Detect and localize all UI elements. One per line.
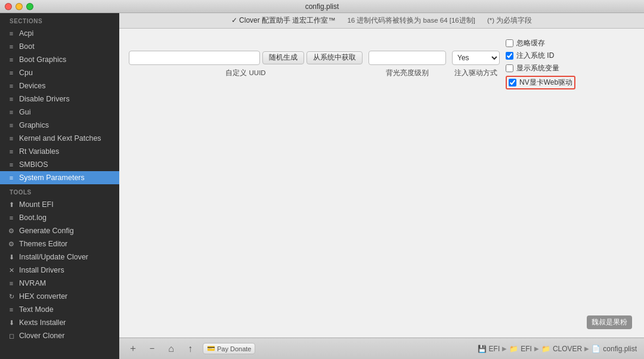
sidebar: SECTIONS ≡ Acpi ≡ Boot ≡ Boot Graphics ≡… (0, 13, 119, 359)
sidebar-item-install-drivers[interactable]: ✕ Install Drivers (0, 264, 119, 277)
drive-icon: 💾 (478, 345, 487, 353)
clone-icon: ◻ (7, 332, 16, 340)
sidebar-item-boot[interactable]: ≡ Boot (0, 40, 119, 53)
mount-icon: ⬆ (7, 201, 16, 209)
sidebar-item-label: Graphics (19, 121, 49, 129)
convert-icon: ↻ (7, 293, 16, 301)
sidebar-item-label: Acpi (19, 29, 33, 38)
ignore-cache-item: 忽略缓存 (506, 38, 575, 48)
sidebar-item-install-clover[interactable]: ⬇ Install/Update Clover (0, 250, 119, 264)
sidebar-item-rt-variables[interactable]: ≡ Rt Variables (0, 145, 119, 158)
sidebar-item-system-parameters[interactable]: ≡ System Parameters (0, 171, 119, 184)
remove-button[interactable]: － (145, 342, 159, 355)
ignore-cache-checkbox[interactable] (506, 39, 513, 47)
breadcrumb-config: 📄 config.plist (592, 345, 637, 353)
brightness-input[interactable] (369, 51, 446, 65)
nv-web-driver-checkbox[interactable] (509, 79, 516, 86)
menu-icon: ≡ (7, 43, 16, 50)
text-icon: ≡ (7, 306, 16, 313)
brand-label: ✓ Clover 配置助手 道宏工作室™ (231, 16, 336, 26)
sidebar-item-label: Themes Editor (19, 240, 67, 248)
breadcrumb-text: CLOVER (553, 345, 582, 353)
breadcrumb-text: config.plist (603, 345, 637, 353)
from-system-button[interactable]: 从系统中获取 (306, 51, 363, 64)
breadcrumb-arrow-2: ▶ (534, 345, 539, 352)
breadcrumb: 💾 EFI ▶ 📁 EFI ▶ 📁 CLOVER ▶ 📄 config.plis… (478, 345, 637, 353)
inject-system-id-checkbox[interactable] (506, 52, 513, 60)
log-icon: ≡ (7, 214, 16, 221)
breadcrumb-efi2: 📁 EFI (509, 345, 532, 353)
bottom-bar: ＋ － ⌂ ↑ 💳 Pay Donate 💾 EFI ▶ 📁 EFI (119, 338, 644, 359)
menu-icon: ≡ (7, 122, 16, 129)
breadcrumb-arrow-3: ▶ (584, 345, 589, 352)
tools-header: TOOLS (0, 184, 119, 198)
inject-select[interactable]: Yes No Detect (452, 51, 500, 65)
sidebar-item-text-mode[interactable]: ≡ Text Mode (0, 303, 119, 316)
required-label: (*) 为必填字段 (487, 16, 532, 25)
menu-icon: ≡ (7, 148, 16, 155)
sidebar-item-smbios[interactable]: ≡ SMBIOS (0, 158, 119, 171)
sidebar-item-label: NVRAM (19, 279, 46, 287)
show-system-vars-checkbox[interactable] (506, 64, 513, 72)
minimize-button[interactable] (16, 3, 23, 10)
sidebar-item-boot-graphics[interactable]: ≡ Boot Graphics (0, 53, 119, 66)
kexts-icon: ⬇ (7, 319, 16, 327)
sidebar-item-cpu[interactable]: ≡ Cpu (0, 66, 119, 79)
sidebar-item-graphics[interactable]: ≡ Graphics (0, 119, 119, 132)
window-title: config.plist (305, 2, 339, 11)
sidebar-item-kexts-installer[interactable]: ⬇ Kexts Installer (0, 316, 119, 329)
sidebar-item-label: Boot Graphics (19, 55, 66, 64)
sidebar-item-hex-converter[interactable]: ↻ HEX converter (0, 290, 119, 303)
sidebar-item-themes-editor[interactable]: ⚙ Themes Editor (0, 237, 119, 250)
sidebar-item-label: Kexts Installer (19, 318, 66, 327)
sidebar-item-disable-drivers[interactable]: ≡ Disable Drivers (0, 92, 119, 106)
sidebar-item-acpi[interactable]: ≡ Acpi (0, 27, 119, 40)
donate-button[interactable]: 💳 Pay Donate (203, 343, 255, 354)
breadcrumb-text: EFI (521, 345, 532, 353)
random-uuid-button[interactable]: 随机生成 (262, 51, 304, 64)
sidebar-item-label: Rt Variables (19, 147, 59, 156)
sidebar-item-label: Clover Cloner (19, 332, 64, 340)
sidebar-item-label: SMBIOS (19, 160, 48, 169)
sidebar-item-label: Gui (19, 108, 30, 116)
uuid-group: 随机生成 从系统中获取 自定义 UUID (129, 51, 363, 78)
sidebar-item-generate-config[interactable]: ⚙ Generate Config (0, 224, 119, 237)
donate-label: Pay Donate (217, 345, 251, 352)
sidebar-item-gui[interactable]: ≡ Gui (0, 106, 119, 119)
sidebar-item-kernel-kext[interactable]: ≡ Kernel and Kext Patches (0, 132, 119, 145)
hint-label: 16 进制代码将被转换为 base 64 [16进制] (347, 16, 475, 25)
breadcrumb-text: EFI (489, 345, 500, 353)
home-button[interactable]: ⌂ (165, 342, 178, 355)
sidebar-item-label: Boot (19, 42, 35, 51)
sidebar-item-label: Devices (19, 82, 45, 90)
menu-icon: ≡ (7, 95, 16, 103)
window-controls (5, 3, 33, 10)
sidebar-item-label: Cpu (19, 69, 33, 77)
form-row-1: 随机生成 从系统中获取 自定义 UUID 背光亮度级别 Yes No (129, 38, 634, 89)
inject-system-id-label: 注入系统 ID (516, 51, 554, 61)
nvram-icon: ≡ (7, 280, 16, 287)
sidebar-item-label: Text Mode (19, 305, 54, 314)
sidebar-item-boot-log[interactable]: ≡ Boot.log (0, 211, 119, 224)
sidebar-item-label: Kernel and Kext Patches (19, 134, 101, 143)
sidebar-item-label: HEX converter (19, 292, 67, 301)
breadcrumb-clover: 📁 CLOVER (541, 345, 582, 353)
checkbox-group: 忽略缓存 注入系统 ID 显示系统变量 NV显卡Web驱动 (506, 38, 575, 89)
inject-group: Yes No Detect 注入驱动方式 (452, 51, 500, 78)
wrench-icon: ✕ (7, 267, 16, 274)
folder-icon-2: 📁 (541, 345, 550, 353)
sidebar-item-mount-efi[interactable]: ⬆ Mount EFI (0, 198, 119, 211)
sidebar-item-nvram[interactable]: ≡ NVRAM (0, 277, 119, 290)
maximize-button[interactable] (26, 3, 33, 10)
nv-web-driver-label: NV显卡Web驱动 (519, 78, 572, 88)
close-button[interactable] (5, 3, 12, 10)
breadcrumb-efi1: 💾 EFI (478, 345, 500, 353)
sidebar-item-devices[interactable]: ≡ Devices (0, 79, 119, 92)
sidebar-item-clover-cloner[interactable]: ◻ Clover Cloner (0, 329, 119, 342)
download-icon: ⬇ (7, 253, 16, 261)
uuid-input[interactable] (129, 51, 260, 65)
share-button[interactable]: ↑ (184, 342, 197, 355)
add-button[interactable]: ＋ (126, 342, 140, 355)
menu-icon: ≡ (7, 109, 16, 116)
ignore-cache-label: 忽略缓存 (516, 38, 545, 48)
